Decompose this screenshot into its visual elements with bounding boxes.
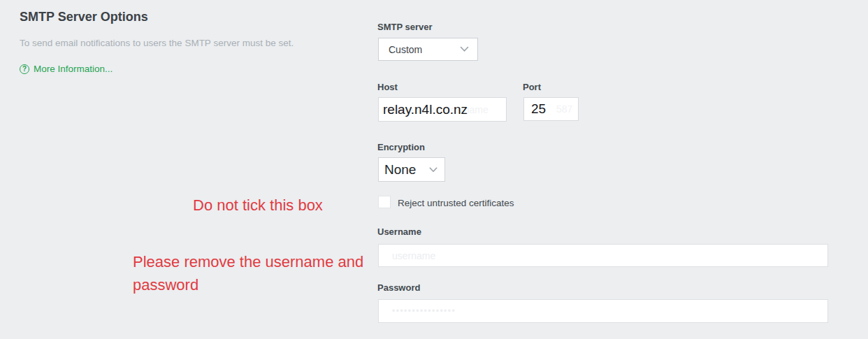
more-information-label: More Information... xyxy=(34,64,113,74)
host-input[interactable]: smtp.server.hostname relay.n4l.co.nz xyxy=(378,97,507,122)
page-subtitle: To send email notifications to users the… xyxy=(20,38,294,48)
smtp-server-value: Custom xyxy=(389,44,422,55)
smtp-server-label: SMTP server xyxy=(377,22,433,32)
more-information-link[interactable]: ? More Information... xyxy=(20,64,113,74)
reject-untrusted-certificates-checkbox[interactable] xyxy=(378,196,391,208)
annotation-checkbox-note: Do not tick this box xyxy=(193,194,323,217)
page-title: SMTP Server Options xyxy=(20,10,148,24)
reject-untrusted-certificates-label: Reject untrusted certificates xyxy=(398,198,514,208)
encryption-value: None xyxy=(384,162,416,178)
help-icon: ? xyxy=(20,64,29,74)
port-label: Port xyxy=(523,82,541,92)
smtp-server-options-page: SMTP Server Options To send email notifi… xyxy=(0,0,868,339)
port-value: 25 xyxy=(531,101,546,117)
port-placeholder: 587 xyxy=(556,103,572,115)
host-value: relay.n4l.co.nz xyxy=(383,102,468,117)
encryption-select[interactable]: None xyxy=(378,157,445,182)
username-input[interactable] xyxy=(378,244,828,267)
chevron-down-icon xyxy=(429,167,437,173)
username-label: Username xyxy=(377,226,421,237)
annotation-credentials-note: Please remove the username and password xyxy=(133,250,376,296)
smtp-server-select[interactable]: Custom xyxy=(378,38,478,61)
password-input[interactable] xyxy=(378,299,828,323)
chevron-down-icon xyxy=(460,46,469,52)
port-input[interactable]: 587 25 xyxy=(523,97,579,121)
password-label: Password xyxy=(377,282,420,293)
host-label: Host xyxy=(377,82,398,92)
encryption-label: Encryption xyxy=(377,142,425,152)
